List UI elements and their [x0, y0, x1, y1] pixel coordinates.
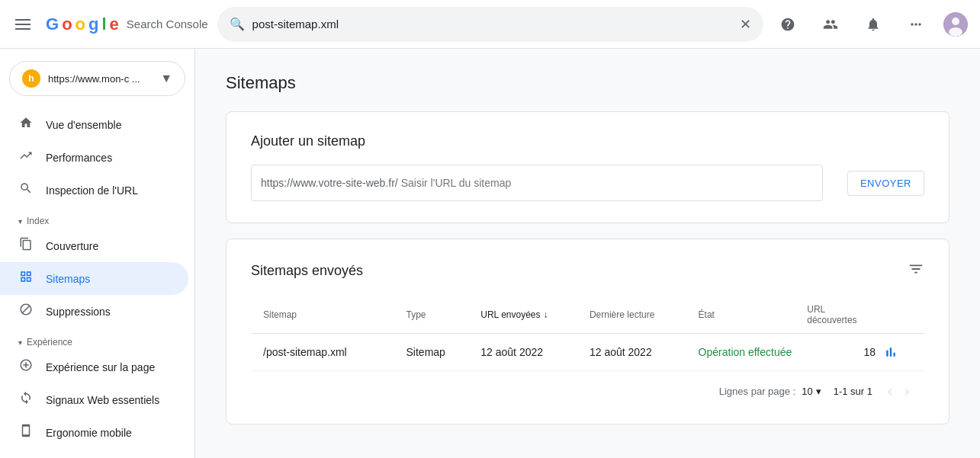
- add-circle-icon: [18, 358, 34, 376]
- sidebar-item-label: Expérience sur la page: [46, 361, 155, 373]
- grid-view-icon: [18, 270, 34, 287]
- property-icon-letter: h: [28, 73, 34, 84]
- lines-per-page-label: Lignes par page :: [719, 386, 795, 397]
- sidebar-item-inspection[interactable]: Inspection de l'URL: [0, 174, 188, 207]
- add-sitemap-title: Ajouter un sitemap: [251, 133, 924, 149]
- cell-type: Sitemap: [406, 346, 475, 358]
- logo-letter-e: e: [110, 14, 119, 34]
- col-url-envoyees[interactable]: URL envoyées ↓: [480, 304, 583, 325]
- add-sitemap-card: Ajouter un sitemap https://www.votre-sit…: [226, 111, 949, 223]
- prev-page-button[interactable]: ‹: [885, 380, 895, 402]
- sitemaps-sent-card: Sitemaps envoyés Sitemap Type URL envoyé…: [226, 239, 949, 424]
- sidebar: h https://www.mon-c ... ▼ Vue d'ensemble…: [0, 49, 195, 458]
- sidebar-item-suppressions[interactable]: Suppressions: [0, 295, 188, 328]
- col-sitemap: Sitemap: [263, 304, 400, 325]
- sort-down-icon: ↓: [544, 309, 548, 320]
- sidebar-item-ergonomie[interactable]: Ergonomie mobile: [0, 416, 188, 449]
- trending-up-icon: [18, 149, 34, 166]
- cell-derniere-lecture: 12 août 2022: [590, 346, 692, 358]
- sidebar-item-label: Inspection de l'URL: [46, 184, 138, 197]
- home-icon: [18, 116, 34, 133]
- filter-icon[interactable]: [908, 261, 924, 281]
- sidebar-item-experience-page[interactable]: Expérience sur la page: [0, 351, 188, 383]
- apps-icon[interactable]: [901, 9, 931, 40]
- cell-url-decouvertes: 18: [807, 346, 876, 358]
- section-index-label: Index: [27, 216, 49, 226]
- block-icon: [18, 303, 34, 320]
- clear-icon[interactable]: ✕: [740, 16, 751, 33]
- admin-icon[interactable]: [815, 9, 846, 40]
- nav-arrows: ‹ ›: [885, 380, 912, 402]
- sidebar-item-label: Suppressions: [46, 306, 111, 318]
- logo-letter-o1: o: [62, 14, 72, 34]
- cell-url-envoyees: 12 août 2022: [480, 346, 583, 358]
- envoyer-button[interactable]: ENVOYER: [847, 171, 924, 196]
- page-info: 1-1 sur 1: [834, 386, 872, 397]
- svg-point-2: [949, 27, 962, 37]
- per-page-select[interactable]: 10 ▾: [802, 386, 821, 397]
- sitemaps-header: Sitemaps envoyés: [251, 261, 924, 281]
- logo: Google Search Console: [46, 14, 208, 34]
- topbar-right: [773, 9, 968, 40]
- property-selector[interactable]: h https://www.mon-c ... ▼: [9, 61, 185, 96]
- table-header: Sitemap Type URL envoyées ↓ Dernière lec…: [251, 296, 924, 334]
- sidebar-item-performances[interactable]: Performances: [0, 141, 188, 174]
- cell-etat: Opération effectuée: [699, 346, 802, 358]
- col-etat: État: [699, 304, 802, 325]
- bell-icon[interactable]: [858, 9, 888, 40]
- main-content: Sitemaps Ajouter un sitemap https://www.…: [195, 49, 980, 458]
- sitemap-url-input[interactable]: [398, 177, 813, 189]
- file-copy-icon: [18, 237, 34, 255]
- pagination: Lignes par page : 10 ▾ 1-1 sur 1 ‹ ›: [251, 371, 924, 402]
- per-page-value: 10: [802, 386, 812, 397]
- sidebar-item-label: Performances: [46, 152, 112, 164]
- avatar[interactable]: [943, 12, 968, 37]
- search-input[interactable]: [252, 18, 732, 30]
- sitemap-input-row: https://www.votre-site-web.fr/: [251, 165, 823, 201]
- sidebar-item-sitemaps[interactable]: Sitemaps: [0, 262, 188, 295]
- per-page-arrow: ▾: [816, 386, 821, 397]
- sidebar-item-signaux-web[interactable]: Signaux Web essentiels: [0, 383, 188, 416]
- collapse-icon-experience: ▾: [18, 338, 22, 347]
- section-index[interactable]: ▾ Index: [0, 207, 194, 229]
- brand-name: Search Console: [127, 18, 208, 30]
- topbar: Google Search Console 🔍 ✕: [0, 0, 980, 49]
- table-row: /post-sitemap.xml Sitemap 12 août 2022 1…: [251, 334, 924, 371]
- svg-point-1: [952, 18, 959, 25]
- section-experience-label: Expérience: [27, 337, 72, 348]
- topbar-left: Google Search Console: [12, 14, 208, 34]
- logo-letter-o2: o: [76, 14, 85, 34]
- search-nav-icon: [18, 181, 34, 199]
- col-url-decouvertes: URL découvertes: [807, 304, 876, 325]
- sitemaps-sent-title: Sitemaps envoyés: [251, 263, 363, 279]
- sidebar-item-label: Ergonomie mobile: [46, 427, 132, 439]
- per-page: Lignes par page : 10 ▾: [719, 386, 821, 397]
- smartphone-icon: [18, 424, 34, 441]
- sidebar-item-couverture[interactable]: Couverture: [0, 229, 188, 262]
- section-experience[interactable]: ▾ Expérience: [0, 328, 194, 351]
- sidebar-item-vue-ensemble[interactable]: Vue d'ensemble: [0, 108, 188, 141]
- refresh-icon: [18, 391, 34, 408]
- logo-letter-g: G: [46, 14, 59, 34]
- col-type: Type: [406, 304, 475, 325]
- property-name: https://www.mon-c ...: [48, 73, 153, 85]
- property-icon: h: [22, 69, 40, 88]
- collapse-icon: ▾: [18, 217, 22, 226]
- col-derniere-lecture: Dernière lecture: [590, 304, 692, 325]
- logo-letter-g2: g: [88, 14, 98, 34]
- url-prefix: https://www.votre-site-web.fr/: [261, 177, 398, 189]
- cell-sitemap: /post-sitemap.xml: [263, 346, 400, 358]
- property-dropdown-arrow: ▼: [160, 72, 172, 85]
- logo-letter-l: l: [101, 14, 106, 34]
- menu-icon[interactable]: [12, 16, 34, 33]
- next-page-button[interactable]: ›: [901, 380, 912, 402]
- sidebar-item-label: Signaux Web essentiels: [46, 394, 159, 406]
- help-button[interactable]: [773, 9, 803, 40]
- sitemaps-table: Sitemap Type URL envoyées ↓ Dernière lec…: [251, 296, 924, 402]
- bar-chart-icon[interactable]: [882, 343, 900, 361]
- col-action: [882, 304, 912, 325]
- sidebar-item-label: Couverture: [46, 240, 98, 252]
- sidebar-item-label: Vue d'ensemble: [46, 119, 121, 131]
- search-icon: 🔍: [230, 17, 245, 31]
- cell-chart-action: [882, 343, 912, 361]
